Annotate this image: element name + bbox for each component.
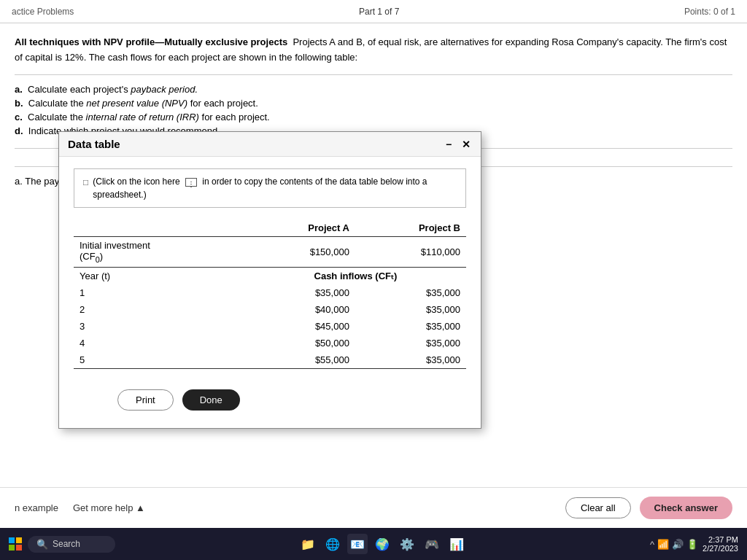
system-tray: ^ 📶 🔊 🔋 — [650, 539, 698, 550]
year-col-header: Year (t) — [74, 267, 245, 284]
table-row: 2 $40,000 $35,000 — [74, 301, 466, 318]
volume-icon: 🔊 — [672, 539, 684, 550]
modal-title: Data table — [68, 138, 120, 150]
taskbar-icon-settings[interactable]: ⚙️ — [397, 534, 417, 554]
taskbar-icon-game[interactable]: 🎮 — [422, 534, 442, 554]
taskbar-search[interactable]: 🔍 Search — [28, 536, 115, 553]
project-b-y1: $35,000 — [355, 284, 466, 301]
col-header-project-b: Project B — [355, 219, 466, 237]
initial-investment-project-b: $110,000 — [355, 237, 466, 268]
done-button[interactable]: Done — [182, 389, 240, 411]
data-table-modal: Data table − ✕ □ (Click on the icon here… — [58, 131, 481, 429]
project-b-y4: $35,000 — [355, 335, 466, 351]
modal-note: □ (Click on the icon here ⋮ in order to … — [74, 168, 466, 208]
modal-body: □ (Click on the icon here ⋮ in order to … — [59, 157, 481, 428]
taskbar-icon-chrome[interactable]: 🌍 — [372, 534, 392, 554]
year-4: 4 — [74, 335, 245, 351]
bottom-left: n example Get more help ▲ — [15, 502, 145, 513]
taskbar-icon-email[interactable]: 📧 — [347, 534, 368, 554]
col-header-project-a: Project A — [245, 219, 355, 237]
search-label: Search — [53, 539, 80, 549]
clock: 2:37 PM 2/27/2023 — [703, 535, 738, 553]
taskbar-right: ^ 📶 🔊 🔋 2:37 PM 2/27/2023 — [650, 535, 738, 553]
instruction-a: a. Calculate each project's payback peri… — [15, 84, 732, 95]
windows-logo-icon — [9, 537, 22, 551]
year-1: 1 — [74, 284, 245, 301]
project-b-y2: $35,000 — [355, 301, 466, 318]
table-row: 5 $55,000 $35,000 — [74, 351, 466, 369]
modal-controls: − ✕ — [443, 139, 472, 150]
year-header-row: Year (t) Cash inflows (CFₜ) — [74, 267, 466, 284]
clear-all-button[interactable]: Clear all — [565, 497, 631, 518]
top-bar: actice Problems Part 1 of 7 Points: 0 of… — [0, 0, 747, 23]
project-b-y3: $35,000 — [355, 318, 466, 335]
project-a-y2: $40,000 — [245, 301, 355, 318]
project-a-y3: $45,000 — [245, 318, 355, 335]
copy-icon: □ — [83, 176, 88, 189]
time: 2:37 PM — [703, 535, 738, 544]
cash-inflows-header: Cash inflows (CFₜ) — [245, 267, 466, 284]
project-a-y4: $50,000 — [245, 335, 355, 351]
points-indicator: Points: 0 of 1 — [684, 7, 735, 17]
year-5: 5 — [74, 351, 245, 369]
project-a-y5: $55,000 — [245, 351, 355, 369]
initial-investment-row: Initial investment(CF0) $150,000 $110,00… — [74, 237, 466, 268]
modal-footer: Print Done — [74, 384, 466, 416]
bottom-right: Clear all Check answer — [565, 497, 732, 519]
project-b-y5: $35,000 — [355, 351, 466, 369]
taskbar-center: 📁 🌐 📧 🌍 ⚙️ 🎮 📊 — [298, 534, 467, 554]
battery-icon: 🔋 — [686, 539, 698, 550]
windows-start-button[interactable] — [9, 537, 22, 551]
table-row: 1 $35,000 $35,000 — [74, 284, 466, 301]
taskbar-left: 🔍 Search — [9, 536, 115, 553]
spreadsheet-icon[interactable]: ⋮ — [185, 178, 197, 187]
taskbar: 🔍 Search 📁 🌐 📧 🌍 ⚙️ 🎮 📊 ^ 📶 🔊 🔋 2:37 PM … — [0, 528, 747, 560]
part-indicator: Part 1 of 7 — [359, 7, 399, 17]
caret-icon: ^ — [650, 539, 654, 550]
problem-title: All techniques with NPV profile—Mutually… — [15, 36, 287, 47]
date: 2/27/2023 — [703, 544, 738, 553]
modal-close-button[interactable]: ✕ — [460, 139, 472, 150]
modal-minimize-button[interactable]: − — [443, 139, 454, 150]
instruction-c: c. Calculate the internal rate of return… — [15, 112, 732, 122]
col-header-label — [74, 219, 245, 237]
initial-investment-label: Initial investment(CF0) — [74, 237, 245, 268]
search-icon: 🔍 — [36, 539, 48, 550]
taskbar-icon-spreadsheet[interactable]: 📊 — [446, 534, 467, 554]
project-a-y1: $35,000 — [245, 284, 355, 301]
instruction-b: b. Calculate the net present value (NPV)… — [15, 98, 732, 109]
year-3: 3 — [74, 318, 245, 335]
print-button[interactable]: Print — [117, 389, 174, 411]
year-2: 2 — [74, 301, 245, 318]
initial-investment-project-a: $150,000 — [245, 237, 355, 268]
table-row: 3 $45,000 $35,000 — [74, 318, 466, 335]
get-more-help-link[interactable]: Get more help ▲ — [73, 502, 145, 513]
problem-statement: All techniques with NPV profile—Mutually… — [15, 35, 732, 66]
example-link[interactable]: n example — [15, 502, 58, 513]
network-icon: 📶 — [657, 539, 669, 550]
data-table: Project A Project B Initial investment(C… — [74, 219, 466, 369]
table-row: 4 $50,000 $35,000 — [74, 335, 466, 351]
modal-note-text: (Click on the icon here ⋮ in order to co… — [93, 175, 457, 201]
taskbar-icon-file-explorer[interactable]: 📁 — [298, 534, 318, 554]
app-title: actice Problems — [12, 7, 74, 17]
check-answer-button[interactable]: Check answer — [640, 497, 732, 519]
taskbar-icon-browser[interactable]: 🌐 — [322, 534, 343, 554]
modal-titlebar: Data table − ✕ — [59, 132, 481, 157]
bottom-toolbar: n example Get more help ▲ Clear all Chec… — [0, 487, 747, 528]
instructions-list: a. Calculate each project's payback peri… — [15, 84, 732, 136]
divider-1 — [15, 74, 732, 75]
